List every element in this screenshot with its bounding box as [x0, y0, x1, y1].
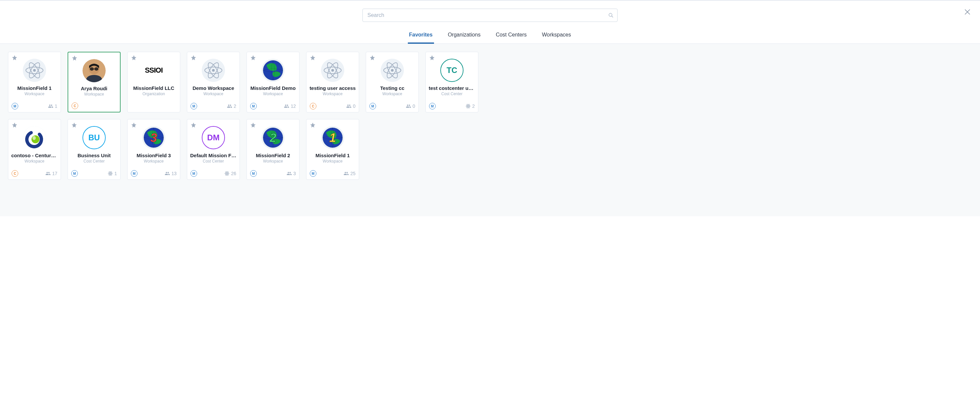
- close-button[interactable]: [963, 8, 971, 16]
- avatar: SSIOI: [142, 59, 165, 82]
- role-badge: M: [131, 170, 137, 177]
- role-badge: M: [191, 103, 197, 109]
- role-badge: M: [250, 103, 257, 109]
- count-value: 25: [350, 171, 355, 176]
- card-footer: C17: [11, 170, 57, 177]
- favorite-star-icon[interactable]: [250, 122, 256, 128]
- card-subtitle: Cost Center: [83, 159, 105, 163]
- card-subtitle: Cost Center: [441, 91, 463, 96]
- card-9[interactable]: BUBusiness UnitCost CenterM1: [68, 119, 121, 180]
- avatar: DM: [202, 126, 225, 149]
- avatar: 3: [142, 126, 165, 149]
- card-title: testing user access: [309, 85, 355, 91]
- count: 2: [227, 104, 236, 109]
- favorite-star-icon[interactable]: [191, 122, 196, 128]
- header: Favorites Organizations Cost Centers Wor…: [0, 0, 980, 44]
- card-title: MissionField 1: [315, 153, 350, 158]
- card-title: MissionField Demo: [250, 85, 296, 91]
- card-13[interactable]: 1MissionField 1WorkspaceM25: [306, 119, 359, 180]
- tabs: Favorites Organizations Cost Centers Wor…: [0, 29, 980, 43]
- role-badge: M: [310, 170, 317, 177]
- users-icon: [406, 104, 411, 109]
- favorite-star-icon[interactable]: [72, 55, 78, 61]
- count: 1: [108, 171, 117, 176]
- count-value: 1: [114, 171, 117, 176]
- role-badge: M: [429, 103, 436, 109]
- avatar: TC: [440, 59, 463, 82]
- favorite-star-icon[interactable]: [11, 55, 18, 61]
- count-value: 26: [231, 171, 236, 176]
- favorite-star-icon[interactable]: [131, 122, 137, 128]
- card-1[interactable]: Arya RoudiWorkspaceC: [68, 52, 121, 112]
- card-4[interactable]: MissionField DemoWorkspaceM12: [247, 52, 299, 112]
- card-subtitle: Workspace: [263, 91, 283, 96]
- card-10[interactable]: 3MissionField 3WorkspaceM13: [127, 119, 180, 180]
- card-title: Demo Workspace: [192, 85, 234, 91]
- tab-organizations[interactable]: Organizations: [447, 29, 482, 44]
- card-2[interactable]: SSIOIMissionField LLCOrganization: [127, 52, 180, 112]
- tab-workspaces[interactable]: Workspaces: [541, 29, 573, 44]
- card-title: Default Mission Fie…: [190, 153, 237, 158]
- count-value: 2: [472, 104, 475, 109]
- card-11[interactable]: DMDefault Mission Fie…Cost CenterM26: [187, 119, 240, 180]
- card-title: MissionField 2: [256, 153, 290, 158]
- card-footer: M25: [310, 170, 355, 177]
- users-icon: [284, 104, 289, 109]
- close-icon: [963, 8, 971, 16]
- count: 25: [344, 171, 355, 176]
- card-footer: M3: [250, 170, 296, 177]
- favorite-star-icon[interactable]: [310, 122, 316, 128]
- count-value: 17: [52, 171, 57, 176]
- card-subtitle: Workspace: [84, 92, 104, 96]
- count: 17: [45, 171, 57, 176]
- role-badge: M: [369, 103, 376, 109]
- card-footer: M1: [11, 103, 57, 109]
- card-title: MissionField LLC: [133, 85, 174, 91]
- avatar: [321, 59, 344, 82]
- favorite-star-icon[interactable]: [369, 55, 375, 61]
- count-value: 13: [171, 171, 177, 176]
- tab-favorites[interactable]: Favorites: [408, 29, 434, 44]
- favorite-star-icon[interactable]: [131, 55, 137, 61]
- card-6[interactable]: Testing ccWorkspaceM0: [366, 52, 419, 112]
- tab-cost-centers[interactable]: Cost Centers: [494, 29, 528, 44]
- card-subtitle: Workspace: [263, 159, 283, 163]
- card-grid: MissionField 1WorkspaceM1Arya RoudiWorks…: [8, 52, 972, 180]
- favorite-star-icon[interactable]: [429, 55, 435, 61]
- card-title: Testing cc: [380, 85, 404, 91]
- count-value: 0: [353, 104, 355, 109]
- avatar: [261, 59, 285, 82]
- count: 1: [48, 104, 57, 109]
- card-subtitle: Cost Center: [203, 159, 224, 163]
- card-subtitle: Workspace: [323, 159, 342, 163]
- card-12[interactable]: 2MissionField 2WorkspaceM3: [247, 119, 299, 180]
- svg-text:1: 1: [329, 131, 336, 145]
- card-subtitle: Workspace: [24, 159, 45, 163]
- card-7[interactable]: TCtest costcenter up…Cost CenterM2: [425, 52, 479, 112]
- card-subtitle: Workspace: [24, 91, 45, 96]
- search-input[interactable]: [363, 9, 617, 22]
- avatar: [381, 59, 404, 82]
- favorite-star-icon[interactable]: [250, 55, 256, 61]
- card-0[interactable]: MissionField 1WorkspaceM1: [8, 52, 61, 112]
- role-badge: C: [11, 170, 18, 177]
- card-3[interactable]: Demo WorkspaceWorkspaceM2: [187, 52, 240, 112]
- favorite-star-icon[interactable]: [310, 55, 316, 61]
- count-value: 1: [55, 104, 57, 109]
- svg-text:2: 2: [269, 131, 276, 145]
- card-5[interactable]: testing user accessWorkspaceC0: [306, 52, 359, 112]
- favorite-star-icon[interactable]: [191, 55, 196, 61]
- favorite-star-icon[interactable]: [71, 122, 77, 128]
- card-title: MissionField 3: [137, 153, 170, 158]
- role-badge: C: [72, 102, 78, 109]
- count: 13: [165, 171, 177, 176]
- card-footer: M13: [131, 170, 177, 177]
- atom-icon: [224, 171, 230, 176]
- role-badge: C: [310, 103, 317, 109]
- count-value: 0: [412, 104, 415, 109]
- role-badge: M: [191, 170, 197, 177]
- card-footer: M26: [191, 170, 236, 177]
- count: 2: [466, 104, 475, 109]
- card-8[interactable]: contoso - CenturyL…WorkspaceC17: [8, 119, 61, 180]
- favorite-star-icon[interactable]: [11, 122, 18, 128]
